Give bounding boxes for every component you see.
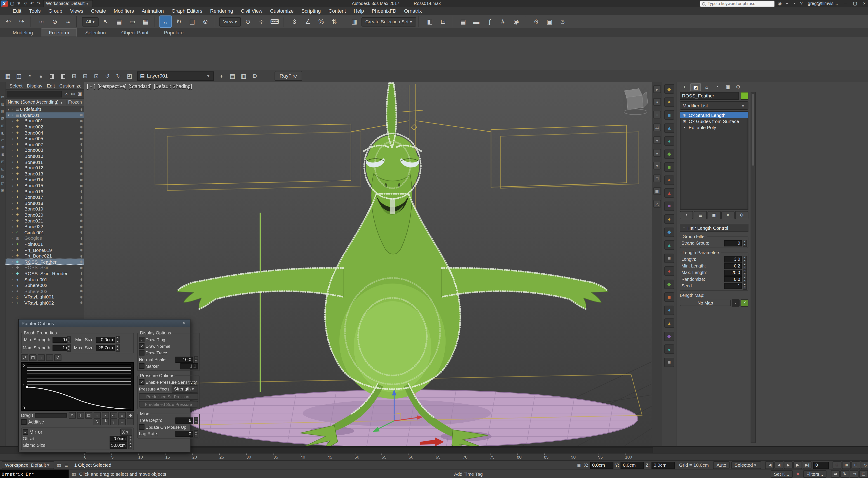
predefined-pressure-button[interactable]: Predefined Str Pressure <box>139 393 198 400</box>
explorer-tool-icon-10[interactable]: ◰ <box>0 159 5 164</box>
spinner-arrows[interactable] <box>67 345 71 352</box>
menu-item[interactable]: Rendering <box>206 7 237 15</box>
scene-object-row[interactable]: ◦ ◆ ROSS_Skin ✱ <box>5 265 84 271</box>
spinner-arrows[interactable] <box>194 417 198 424</box>
visibility-icon[interactable]: ◦ <box>11 289 15 293</box>
dialog-titlebar[interactable]: Painter Options × <box>19 320 190 327</box>
spinner-arrows[interactable] <box>743 256 747 263</box>
visibility-icon[interactable]: ◦ <box>11 189 15 193</box>
frozen-column-header[interactable]: Frozen <box>66 100 84 105</box>
create-layer-icon[interactable]: + <box>217 71 226 81</box>
layer-dropdown[interactable]: ▤ Layer001 <box>137 71 214 81</box>
ornatrix-tool-icon-1[interactable]: ◆ <box>664 84 674 94</box>
ornatrix-tool-icon-19[interactable]: ▲ <box>664 318 674 328</box>
spinner-snap-icon[interactable]: ⇅ <box>328 16 340 28</box>
render-production-icon[interactable]: ♨ <box>557 16 569 28</box>
explorer-tool-icon-6[interactable]: ◧ <box>0 130 5 135</box>
minimize-button[interactable]: – <box>841 0 850 6</box>
sep[interactable] <box>452 16 455 27</box>
sep[interactable] <box>418 16 422 27</box>
row-settings-icon[interactable]: ✱ <box>79 184 84 187</box>
param-field[interactable]: 0.2 <box>724 263 742 269</box>
falloff-preset-5-icon[interactable]: ~ <box>127 419 134 425</box>
explorer-menu-item[interactable]: Customize <box>57 83 84 88</box>
row-settings-icon[interactable]: ✱ <box>79 207 84 211</box>
visibility-icon[interactable]: ◦ <box>11 143 15 146</box>
visibility-icon[interactable]: ◦ <box>11 108 15 111</box>
scene-object-row[interactable]: ◦ ✦ Bone019 ✱ <box>5 206 84 212</box>
app-logo[interactable]: 3 <box>1 0 8 6</box>
normal-scale-field[interactable]: 10.0 <box>175 356 193 362</box>
schematic-view-icon[interactable]: # <box>497 16 509 28</box>
workspace-switcher[interactable]: Workspace: Default <box>2 461 54 469</box>
close-button[interactable]: × <box>860 0 868 6</box>
drag-slider[interactable] <box>35 413 67 418</box>
side-strip-icon-9[interactable]: ▣ <box>653 187 661 195</box>
utilities-tab-icon[interactable]: ⚙ <box>734 83 743 90</box>
visibility-icon[interactable]: ◦ <box>11 301 15 305</box>
display-tab-icon[interactable]: ▣ <box>723 83 733 90</box>
menu-item[interactable]: Create <box>87 7 110 15</box>
window-crossing-icon[interactable]: ▦ <box>140 16 152 28</box>
visibility-icon[interactable]: ◦ <box>11 213 15 217</box>
add-time-tag-button[interactable]: Add Time Tag <box>454 471 483 477</box>
pressure-sensitivity-checkbox[interactable] <box>139 380 145 385</box>
explorer-tool-icon-11[interactable]: ◱ <box>0 166 5 171</box>
rectangular-selection-icon[interactable]: ▭ <box>126 16 138 28</box>
snapshot-icon[interactable]: ↺ <box>102 71 112 81</box>
orbit-icon[interactable]: ↻ <box>840 470 849 478</box>
pressure-affects-dropdown[interactable]: Strength <box>172 385 198 392</box>
visibility-icon[interactable]: ◦ <box>11 231 15 234</box>
ornatrix-tool-icon-20[interactable]: ◆ <box>664 331 674 341</box>
z-coord-field[interactable]: 0.0cm <box>651 461 675 469</box>
visibility-icon[interactable]: ◦ <box>11 219 15 223</box>
scene-states-icon[interactable]: ◨ <box>47 71 57 81</box>
rollout-collapse-icon[interactable]: − <box>683 226 685 231</box>
measure-icon[interactable]: ◰ <box>125 71 134 81</box>
menu-item[interactable]: Tools <box>25 7 44 15</box>
ornatrix-tool-icon-8[interactable]: ● <box>664 175 674 185</box>
visibility-icon[interactable]: ◦ <box>11 248 15 252</box>
ornatrix-tool-icon-9[interactable]: ▲ <box>664 188 674 198</box>
row-settings-icon[interactable]: ✱ <box>79 289 84 293</box>
update-on-mouse-up-checkbox[interactable] <box>139 424 145 429</box>
frame-tick[interactable]: 90 <box>571 454 598 461</box>
expand-arrow-icon[interactable]: ▸ <box>6 108 10 111</box>
display-option-checkbox[interactable] <box>139 337 145 342</box>
scene-object-row[interactable]: ◦ ○ Circle001 ✱ <box>5 230 84 235</box>
maxscript-mini-listener[interactable]: Ornatrix Err <box>0 470 69 478</box>
panel-scrollbar[interactable] <box>751 92 756 443</box>
modifier-toggle-icon[interactable]: ▪ <box>682 125 687 129</box>
menu-item[interactable]: Scripting <box>298 7 324 15</box>
row-settings-icon[interactable]: ✱ <box>79 172 84 176</box>
explorer-menu-item[interactable]: Select <box>7 83 25 88</box>
explorer-menu-item[interactable]: Display <box>25 83 44 88</box>
falloff-preset-4-icon[interactable]: ─ <box>119 419 126 425</box>
array-tool-icon[interactable]: ⊟ <box>80 71 90 81</box>
visibility-icon[interactable]: ◦ <box>11 201 15 205</box>
key-filters-button[interactable]: Filters... <box>803 470 827 478</box>
select-and-place-icon[interactable]: ⊚ <box>199 16 212 28</box>
visibility-icon[interactable]: ◦ <box>11 207 15 211</box>
zoom-all-icon[interactable]: ⊞ <box>842 461 851 469</box>
key-mode-dropdown[interactable]: Selected <box>731 461 761 469</box>
set-key-icon[interactable]: ⬥ <box>795 471 801 477</box>
explorer-tool-icon-3[interactable]: ▦ <box>0 109 5 114</box>
select-and-link-icon[interactable]: ∞ <box>35 16 48 28</box>
spinner-arrows[interactable] <box>116 345 120 352</box>
brush-field[interactable]: 0.0cm <box>96 337 115 343</box>
map-lock-icon[interactable]: ▪ <box>732 299 740 307</box>
modifier-stack-entry[interactable]: ◉ Ox Guides from Surface <box>680 118 748 124</box>
row-settings-icon[interactable]: ✱ <box>79 283 84 287</box>
maximize-viewport-icon[interactable]: ▢ <box>859 470 868 478</box>
row-settings-icon[interactable]: ✱ <box>79 137 84 141</box>
visibility-icon[interactable]: ◦ <box>11 236 15 240</box>
y-coord-field[interactable]: 0.0cm <box>621 461 644 469</box>
maximize-button[interactable]: ▢ <box>850 0 860 6</box>
curve-presets-icon[interactable]: ≡ <box>119 412 126 419</box>
scene-object-row[interactable]: ◦ ● Sphere002 ✱ <box>5 282 84 288</box>
falloff-preset-3-icon[interactable]: ╮ <box>110 419 117 425</box>
add-curve-point-icon[interactable]: + <box>94 412 101 419</box>
visibility-icon[interactable]: ◦ <box>11 119 15 123</box>
modifier-toggle-icon[interactable]: ◉ <box>682 119 687 123</box>
